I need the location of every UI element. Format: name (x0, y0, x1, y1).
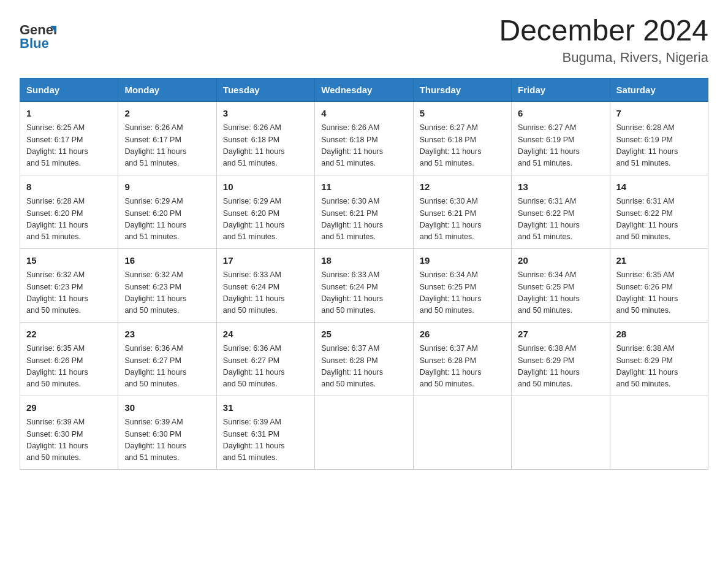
calendar-cell (315, 396, 413, 469)
calendar-week-row: 15 Sunrise: 6:32 AMSunset: 6:23 PMDaylig… (20, 248, 708, 322)
day-info: Sunrise: 6:33 AMSunset: 6:24 PMDaylight:… (321, 269, 406, 317)
day-info: Sunrise: 6:26 AMSunset: 6:18 PMDaylight:… (321, 122, 406, 170)
day-info: Sunrise: 6:30 AMSunset: 6:21 PMDaylight:… (420, 196, 505, 243)
calendar-cell: 3 Sunrise: 6:26 AMSunset: 6:18 PMDayligh… (216, 101, 314, 175)
calendar-cell: 30 Sunrise: 6:39 AMSunset: 6:30 PMDaylig… (118, 396, 216, 469)
calendar-cell: 27 Sunrise: 6:38 AMSunset: 6:29 PMDaylig… (512, 322, 610, 396)
day-of-week-thursday: Thursday (413, 78, 511, 101)
day-number: 25 (321, 327, 406, 342)
day-info: Sunrise: 6:31 AMSunset: 6:22 PMDaylight:… (518, 196, 603, 243)
day-info: Sunrise: 6:30 AMSunset: 6:21 PMDaylight:… (321, 196, 406, 243)
day-number: 2 (124, 107, 210, 121)
day-number: 26 (420, 327, 505, 342)
calendar-cell: 17 Sunrise: 6:33 AMSunset: 6:24 PMDaylig… (216, 248, 314, 322)
day-number: 8 (26, 180, 112, 194)
day-of-week-saturday: Saturday (610, 78, 708, 101)
calendar-header-row: SundayMondayTuesdayWednesdayThursdayFrid… (20, 78, 708, 101)
day-of-week-wednesday: Wednesday (315, 78, 413, 101)
day-info: Sunrise: 6:35 AMSunset: 6:26 PMDaylight:… (26, 343, 112, 391)
day-info: Sunrise: 6:33 AMSunset: 6:24 PMDaylight:… (223, 269, 308, 317)
day-of-week-friday: Friday (512, 78, 610, 101)
day-number: 18 (321, 254, 406, 268)
calendar-cell: 12 Sunrise: 6:30 AMSunset: 6:21 PMDaylig… (413, 175, 511, 248)
day-number: 3 (223, 107, 308, 121)
day-number: 11 (321, 180, 406, 194)
calendar-cell: 7 Sunrise: 6:28 AMSunset: 6:19 PMDayligh… (610, 101, 708, 175)
day-number: 24 (223, 327, 308, 342)
page-header: General Blue December 2024 Buguma, River… (20, 15, 708, 66)
calendar-cell: 29 Sunrise: 6:39 AMSunset: 6:30 PMDaylig… (20, 396, 118, 469)
day-info: Sunrise: 6:38 AMSunset: 6:29 PMDaylight:… (616, 343, 702, 391)
calendar-cell: 5 Sunrise: 6:27 AMSunset: 6:18 PMDayligh… (413, 101, 511, 175)
calendar-cell (413, 396, 511, 469)
day-info: Sunrise: 6:37 AMSunset: 6:28 PMDaylight:… (321, 343, 406, 391)
svg-text:Blue: Blue (20, 36, 49, 51)
day-number: 12 (420, 180, 505, 194)
calendar-week-row: 22 Sunrise: 6:35 AMSunset: 6:26 PMDaylig… (20, 322, 708, 396)
day-info: Sunrise: 6:31 AMSunset: 6:22 PMDaylight:… (616, 196, 702, 243)
day-number: 14 (616, 180, 702, 194)
day-number: 7 (616, 107, 702, 121)
day-info: Sunrise: 6:39 AMSunset: 6:30 PMDaylight:… (124, 416, 210, 464)
calendar-cell: 23 Sunrise: 6:36 AMSunset: 6:27 PMDaylig… (118, 322, 216, 396)
day-of-week-monday: Monday (118, 78, 216, 101)
day-info: Sunrise: 6:32 AMSunset: 6:23 PMDaylight:… (26, 269, 112, 317)
calendar-cell: 18 Sunrise: 6:33 AMSunset: 6:24 PMDaylig… (315, 248, 413, 322)
day-info: Sunrise: 6:28 AMSunset: 6:19 PMDaylight:… (616, 122, 702, 170)
header-right: December 2024 Buguma, Rivers, Nigeria (499, 15, 708, 66)
day-info: Sunrise: 6:26 AMSunset: 6:18 PMDaylight:… (223, 122, 308, 170)
calendar-cell (610, 396, 708, 469)
day-info: Sunrise: 6:26 AMSunset: 6:17 PMDaylight:… (124, 122, 210, 170)
calendar-cell: 28 Sunrise: 6:38 AMSunset: 6:29 PMDaylig… (610, 322, 708, 396)
day-info: Sunrise: 6:28 AMSunset: 6:20 PMDaylight:… (26, 196, 112, 243)
logo: General Blue (20, 15, 59, 52)
calendar-cell: 11 Sunrise: 6:30 AMSunset: 6:21 PMDaylig… (315, 175, 413, 248)
calendar-cell: 1 Sunrise: 6:25 AMSunset: 6:17 PMDayligh… (20, 101, 118, 175)
day-info: Sunrise: 6:39 AMSunset: 6:30 PMDaylight:… (26, 416, 112, 464)
day-number: 22 (26, 327, 112, 342)
calendar-cell: 9 Sunrise: 6:29 AMSunset: 6:20 PMDayligh… (118, 175, 216, 248)
day-number: 23 (124, 327, 210, 342)
day-number: 28 (616, 327, 702, 342)
calendar-cell: 8 Sunrise: 6:28 AMSunset: 6:20 PMDayligh… (20, 175, 118, 248)
day-number: 9 (124, 180, 210, 194)
day-number: 17 (223, 254, 308, 268)
day-number: 4 (321, 107, 406, 121)
day-info: Sunrise: 6:27 AMSunset: 6:19 PMDaylight:… (518, 122, 603, 170)
calendar-cell: 31 Sunrise: 6:39 AMSunset: 6:31 PMDaylig… (216, 396, 314, 469)
calendar-week-row: 1 Sunrise: 6:25 AMSunset: 6:17 PMDayligh… (20, 101, 708, 175)
day-info: Sunrise: 6:39 AMSunset: 6:31 PMDaylight:… (223, 416, 308, 464)
calendar-cell: 2 Sunrise: 6:26 AMSunset: 6:17 PMDayligh… (118, 101, 216, 175)
day-number: 27 (518, 327, 603, 342)
calendar-cell: 4 Sunrise: 6:26 AMSunset: 6:18 PMDayligh… (315, 101, 413, 175)
day-info: Sunrise: 6:32 AMSunset: 6:23 PMDaylight:… (124, 269, 210, 317)
day-info: Sunrise: 6:29 AMSunset: 6:20 PMDaylight:… (223, 196, 308, 243)
day-info: Sunrise: 6:29 AMSunset: 6:20 PMDaylight:… (124, 196, 210, 243)
day-info: Sunrise: 6:36 AMSunset: 6:27 PMDaylight:… (223, 343, 308, 391)
calendar-cell: 21 Sunrise: 6:35 AMSunset: 6:26 PMDaylig… (610, 248, 708, 322)
calendar-cell: 22 Sunrise: 6:35 AMSunset: 6:26 PMDaylig… (20, 322, 118, 396)
calendar-table: SundayMondayTuesdayWednesdayThursdayFrid… (20, 78, 708, 470)
day-info: Sunrise: 6:34 AMSunset: 6:25 PMDaylight:… (518, 269, 603, 317)
calendar-cell: 25 Sunrise: 6:37 AMSunset: 6:28 PMDaylig… (315, 322, 413, 396)
day-number: 21 (616, 254, 702, 268)
day-number: 20 (518, 254, 603, 268)
calendar-cell: 6 Sunrise: 6:27 AMSunset: 6:19 PMDayligh… (512, 101, 610, 175)
location: Buguma, Rivers, Nigeria (499, 50, 708, 66)
month-title: December 2024 (499, 15, 708, 47)
day-number: 29 (26, 401, 112, 415)
day-info: Sunrise: 6:37 AMSunset: 6:28 PMDaylight:… (420, 343, 505, 391)
day-info: Sunrise: 6:35 AMSunset: 6:26 PMDaylight:… (616, 269, 702, 317)
calendar-cell: 16 Sunrise: 6:32 AMSunset: 6:23 PMDaylig… (118, 248, 216, 322)
day-number: 19 (420, 254, 505, 268)
day-number: 6 (518, 107, 603, 121)
day-number: 16 (124, 254, 210, 268)
day-number: 31 (223, 401, 308, 415)
day-number: 10 (223, 180, 308, 194)
logo-icon: General Blue (20, 15, 56, 52)
calendar-cell: 13 Sunrise: 6:31 AMSunset: 6:22 PMDaylig… (512, 175, 610, 248)
calendar-week-row: 29 Sunrise: 6:39 AMSunset: 6:30 PMDaylig… (20, 396, 708, 469)
day-of-week-tuesday: Tuesday (216, 78, 314, 101)
day-number: 1 (26, 107, 112, 121)
day-number: 30 (124, 401, 210, 415)
